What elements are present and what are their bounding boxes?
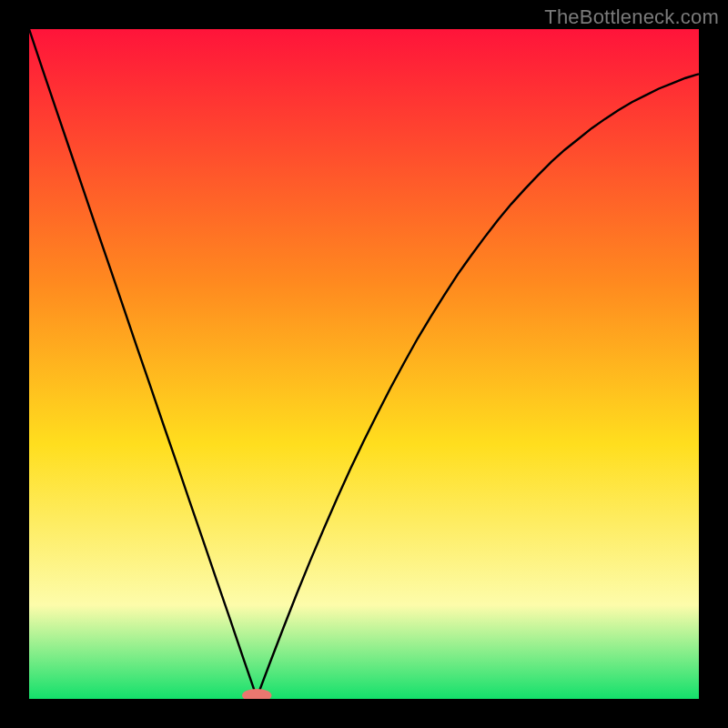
plot-area — [29, 29, 699, 699]
chart-frame: TheBottleneck.com — [0, 0, 728, 728]
gradient-background — [29, 29, 699, 699]
chart-svg — [29, 29, 699, 699]
attribution-label: TheBottleneck.com — [544, 5, 719, 29]
